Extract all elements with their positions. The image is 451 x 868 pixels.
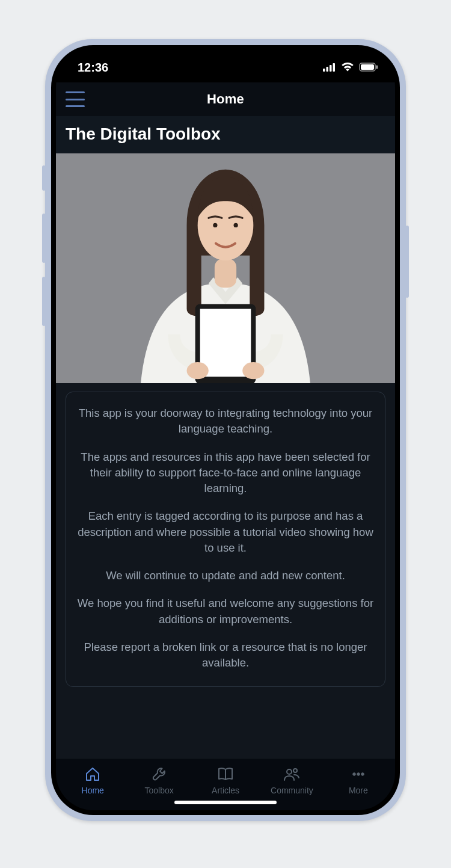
page-title-bar: The Digital Toolbox [56,116,395,153]
page-title: The Digital Toolbox [66,125,385,144]
tab-more[interactable]: More [325,765,391,795]
svg-rect-2 [330,65,332,72]
svg-rect-0 [323,69,325,72]
svg-point-19 [357,773,360,776]
svg-point-11 [233,223,238,227]
svg-rect-6 [376,65,378,69]
status-icons [323,61,378,75]
info-card: This app is your doorway to integrating … [66,392,385,687]
tab-toolbox[interactable]: Toolbox [126,765,192,795]
tab-articles[interactable]: Articles [192,765,259,795]
svg-rect-3 [333,63,336,72]
phone-side-button [405,226,409,298]
svg-point-14 [187,362,209,379]
hero-image [56,153,395,383]
home-indicator[interactable] [174,801,277,804]
phone-side-button [42,214,46,263]
info-paragraph: Each entry is tagged according to its pu… [77,508,374,556]
wrench-icon [150,765,168,783]
screen: 12:36 [56,50,395,810]
hamburger-icon [66,99,85,100]
svg-point-20 [361,773,364,776]
info-paragraph: The apps and resources in this app have … [77,449,374,497]
tab-home[interactable]: Home [60,765,126,795]
svg-point-17 [293,769,297,772]
people-icon [283,765,301,783]
tab-label: Home [82,786,104,795]
svg-point-18 [353,773,356,776]
info-paragraph: We will continue to update and add new c… [77,568,374,583]
svg-rect-13 [200,309,251,377]
book-icon [216,765,235,783]
info-paragraph: This app is your doorway to integrating … [77,405,374,437]
svg-rect-8 [215,259,236,288]
info-paragraph: We hope you find it useful and welcome a… [77,596,374,627]
status-bar: 12:36 [56,50,395,82]
svg-rect-1 [327,67,329,72]
hamburger-icon [66,91,85,93]
more-icon [349,765,367,783]
tab-label: More [349,786,368,795]
hamburger-icon [66,105,85,107]
battery-icon [359,61,378,75]
tab-label: Community [271,786,313,795]
tab-label: Articles [212,786,239,795]
content-area[interactable]: This app is your doorway to integrating … [56,153,395,759]
svg-point-15 [242,362,264,379]
phone-frame: 12:36 [45,39,406,821]
tab-community[interactable]: Community [259,765,325,795]
phone-bezel: 12:36 [51,45,400,815]
tab-label: Toolbox [144,786,173,795]
nav-bar: Home [56,82,395,116]
phone-side-button [42,277,46,326]
status-time: 12:36 [78,61,108,75]
home-icon [84,765,102,783]
nav-title: Home [207,91,244,107]
svg-point-10 [213,223,217,227]
svg-point-16 [287,769,292,774]
cellular-icon [323,61,336,75]
phone-side-button [42,165,46,191]
menu-button[interactable] [66,91,85,107]
svg-rect-5 [361,64,374,70]
info-paragraph: Please report a broken link or a resourc… [77,639,374,671]
wifi-icon [341,61,354,75]
